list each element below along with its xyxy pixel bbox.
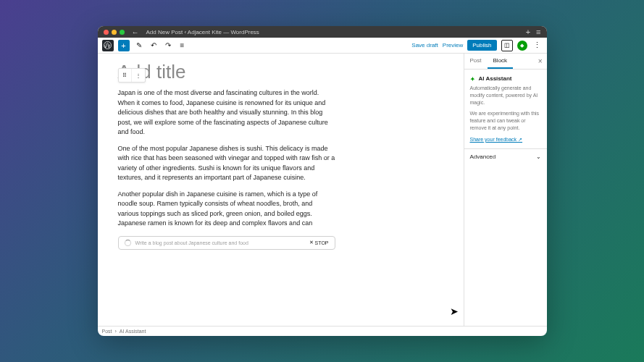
chevron-down-icon: ⌄ (536, 153, 541, 160)
new-tab-icon[interactable]: + (526, 28, 530, 36)
ai-input-text: Write a blog post about Japanese culture… (135, 240, 305, 245)
traffic-lights (104, 30, 125, 35)
save-draft-button[interactable]: Save draft (411, 42, 438, 49)
undo-icon[interactable]: ↶ (149, 41, 159, 51)
drag-handle-icon[interactable]: ⠿ (119, 69, 132, 82)
preview-button[interactable]: Preview (443, 42, 463, 49)
tab-block[interactable]: Block (488, 54, 514, 69)
breadcrumb-ai[interactable]: AI Assistant (120, 329, 146, 334)
publish-button[interactable]: Publish (467, 40, 496, 51)
loading-spinner-icon (125, 240, 131, 246)
tab-post[interactable]: Post (464, 54, 488, 69)
block-toolbar: ⠿ ⋮ (118, 68, 146, 83)
titlebar: ← Add New Post ‹ Adjacent Kite — WordPre… (98, 26, 547, 38)
close-sidebar-icon[interactable]: × (534, 54, 547, 69)
stop-button[interactable]: ✕ STOP (309, 240, 329, 245)
sidebar-tabs: Post Block × (464, 54, 547, 70)
breadcrumb-post[interactable]: Post (102, 329, 112, 334)
minimize-window-icon[interactable] (112, 30, 117, 35)
ai-assistant-input[interactable]: Write a blog post about Japanese culture… (118, 236, 335, 250)
paragraph-block[interactable]: Another popular dish in Japanese cuisine… (118, 190, 335, 229)
breadcrumb-footer: Post › AI Assistant (98, 326, 547, 336)
breadcrumb-separator-icon: › (115, 329, 117, 334)
paragraph-block[interactable]: Japan is one of the most diverse and fas… (118, 88, 335, 138)
menu-icon[interactable]: ≡ (536, 28, 540, 36)
app-window: ← Add New Post ‹ Adjacent Kite — WordPre… (98, 26, 547, 336)
block-panel: ✦ AI Assistant Automatically generate an… (464, 70, 547, 148)
post-title-input[interactable]: Add title (118, 62, 443, 81)
panel-note: We are experimenting with this feature a… (470, 110, 541, 131)
settings-sidebar: Post Block × ✦ AI Assistant Automaticall… (464, 54, 547, 326)
settings-sidebar-toggle[interactable]: ◫ (501, 40, 513, 51)
editor-body: Add title ⠿ ⋮ Japan is one of the most d… (98, 54, 547, 326)
paragraph-block[interactable]: One of the most popular Japanese dishes … (118, 144, 335, 183)
panel-title: AI Assistant (479, 75, 512, 82)
edit-icon[interactable]: ✎ (134, 41, 144, 51)
panel-header: ✦ AI Assistant (470, 75, 541, 82)
options-menu-icon[interactable]: ⋮ (532, 41, 543, 50)
redo-icon[interactable]: ↷ (163, 41, 173, 51)
ai-sparkle-icon: ✦ (470, 76, 476, 82)
block-options-icon[interactable]: ⋮ (132, 69, 145, 82)
editor-toolbar: + ✎ ↶ ↷ ≡ Save draft Preview Publish ◫ ◆… (98, 38, 547, 54)
outline-icon[interactable]: ≡ (177, 41, 188, 51)
wordpress-logo-icon[interactable] (102, 40, 114, 51)
add-block-button[interactable]: + (118, 40, 130, 51)
editor-canvas[interactable]: Add title ⠿ ⋮ Japan is one of the most d… (98, 54, 464, 326)
feedback-link[interactable]: Share your feedback ↗ (470, 137, 523, 142)
back-arrow-icon[interactable]: ← (132, 28, 139, 36)
advanced-label: Advanced (470, 153, 496, 160)
advanced-toggle[interactable]: Advanced ⌄ (464, 148, 547, 164)
panel-description: Automatically generate and modify conten… (470, 85, 541, 106)
close-window-icon[interactable] (104, 30, 109, 35)
maximize-window-icon[interactable] (120, 30, 125, 35)
jetpack-icon[interactable]: ◆ (517, 41, 527, 51)
window-title: Add New Post ‹ Adjacent Kite — WordPress (146, 29, 259, 35)
